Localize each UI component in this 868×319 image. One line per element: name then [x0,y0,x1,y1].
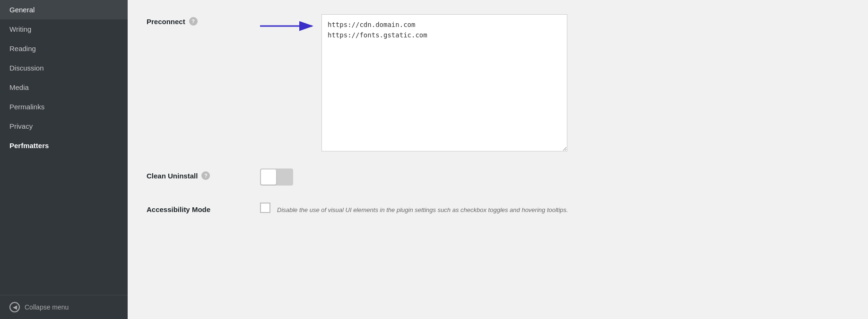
sidebar-item-discussion[interactable]: Discussion [0,58,128,78]
accessibility-mode-checkbox[interactable] [260,203,270,213]
clean-uninstall-control [260,168,849,186]
preconnect-row: Preconnect ? [147,14,849,151]
collapse-chevron-icon: ◀ [9,302,20,312]
clean-uninstall-help-icon[interactable]: ? [201,171,210,180]
sidebar-item-reading[interactable]: Reading [0,39,128,58]
sidebar-item-permalinks[interactable]: Permalinks [0,97,128,116]
sidebar: General Writing Reading Discussion Media… [0,0,128,319]
clean-uninstall-toggle[interactable] [260,168,293,186]
accessibility-mode-label: Accessibility Mode [147,203,260,213]
preconnect-control [260,14,849,151]
toggle-thumb [261,169,276,185]
preconnect-help-icon[interactable]: ? [189,17,198,26]
sidebar-item-writing[interactable]: Writing [0,19,128,39]
sidebar-item-privacy[interactable]: Privacy [0,116,128,136]
annotation-arrow [260,19,317,33]
sidebar-item-media[interactable]: Media [0,78,128,97]
collapse-menu-button[interactable]: ◀ Collapse menu [0,295,128,319]
accessibility-mode-description: Disable the use of visual UI elements in… [277,205,568,215]
preconnect-arrow-container [260,14,849,151]
preconnect-textarea[interactable] [321,14,567,151]
accessibility-mode-row: Accessibility Mode Disable the use of vi… [147,203,849,215]
clean-uninstall-label: Clean Uninstall ? [147,168,260,180]
sidebar-item-general[interactable]: General [0,0,128,19]
accessibility-row-inner: Disable the use of visual UI elements in… [260,203,849,215]
clean-uninstall-row: Clean Uninstall ? [147,168,849,186]
preconnect-label: Preconnect ? [147,14,260,26]
main-content: Preconnect ? Clean [128,0,868,319]
sidebar-item-perfmatters[interactable]: Perfmatters [0,136,128,155]
accessibility-mode-control: Disable the use of visual UI elements in… [260,203,849,215]
